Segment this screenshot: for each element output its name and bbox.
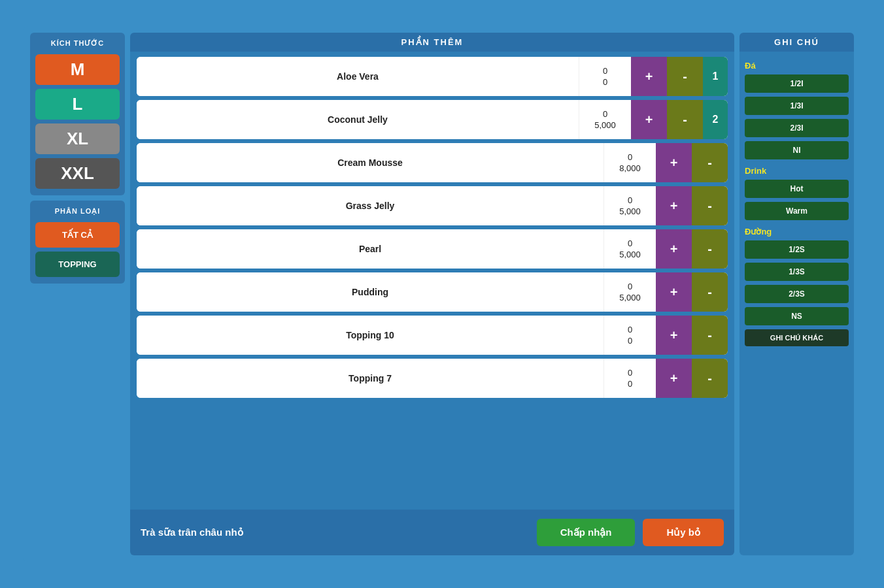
topping-plus-button[interactable]: + <box>656 272 692 312</box>
topping-row: Cream Mousse08,000+- <box>137 143 728 182</box>
topping-minus-button[interactable]: - <box>692 186 728 225</box>
note-section-label: Đường <box>745 227 849 237</box>
topping-price: 5,000 <box>619 250 641 259</box>
size-section: KÍCH THƯỚC M L XL XXL <box>30 33 125 195</box>
topping-qty: 0 <box>603 66 607 76</box>
topping-minus-button[interactable]: - <box>692 143 728 182</box>
topping-price: 0 <box>603 77 607 87</box>
topping-row: Pudding05,000+- <box>137 272 728 312</box>
topping-price: 0 <box>628 336 632 346</box>
topping-name: Pearl <box>137 229 604 269</box>
topping-row: Topping 700+- <box>137 359 728 398</box>
topping-name: Topping 7 <box>137 359 604 398</box>
category-section: PHÂN LOẠI TẤT CẢ TOPPING <box>30 201 125 284</box>
size-label: KÍCH THƯỚC <box>35 39 120 48</box>
topping-price: 8,000 <box>619 163 641 173</box>
topping-qty: 0 <box>628 325 632 335</box>
size-btn-l[interactable]: L <box>35 89 120 120</box>
topping-price: 5,000 <box>619 206 641 216</box>
topping-minus-button[interactable]: - <box>692 316 728 355</box>
right-body: Đá1/2I1/3I2/3INIDrinkHotWarmĐường1/2S1/3… <box>740 52 854 555</box>
topping-minus-button[interactable]: - <box>692 359 728 398</box>
note-btn[interactable]: Hot <box>745 180 849 198</box>
topping-name: Pudding <box>137 272 604 312</box>
category-label: PHÂN LOẠI <box>35 207 120 216</box>
topping-minus-button[interactable]: - <box>667 57 703 96</box>
topping-values: 05,000 <box>604 272 656 312</box>
topping-values: 00 <box>604 316 656 355</box>
note-btn[interactable]: NS <box>745 307 849 325</box>
size-btn-m[interactable]: M <box>35 54 120 85</box>
topping-values: 05,000 <box>604 229 656 269</box>
size-btn-xxl[interactable]: XXL <box>35 158 120 189</box>
note-btn[interactable]: Warm <box>745 202 849 220</box>
topping-qty: 0 <box>628 195 632 205</box>
topping-price: 0 <box>628 379 632 389</box>
category-btn-topping[interactable]: TOPPING <box>35 252 120 277</box>
topping-values: 05,000 <box>604 186 656 225</box>
topping-name: Coconut Jelly <box>137 100 579 139</box>
special-note-button[interactable]: GHI CHÚ KHÁC <box>745 329 849 346</box>
topping-name: Aloe Vera <box>137 57 579 96</box>
topping-qty: 0 <box>603 109 607 119</box>
topping-plus-button[interactable]: + <box>656 186 692 225</box>
topping-badge: 1 <box>703 57 728 96</box>
topping-values: 08,000 <box>604 143 656 182</box>
topping-values: 05,000 <box>579 100 631 139</box>
topping-badge: 2 <box>703 100 728 139</box>
topping-price: 5,000 <box>619 293 641 302</box>
topping-minus-button[interactable]: - <box>667 100 703 139</box>
center-footer: Trà sữa trân châu nhỏ Chấp nhận Hủy bỏ <box>130 510 734 555</box>
topping-plus-button[interactable]: + <box>631 100 667 139</box>
note-btn[interactable]: 1/3I <box>745 97 849 115</box>
note-btn[interactable]: 2/3I <box>745 119 849 137</box>
topping-qty: 0 <box>628 282 632 291</box>
order-name: Trà sữa trân châu nhỏ <box>141 527 529 538</box>
topping-plus-button[interactable]: + <box>631 57 667 96</box>
right-header: GHI CHÚ <box>740 33 854 52</box>
topping-minus-button[interactable]: - <box>692 229 728 269</box>
topping-row: Aloe Vera00+-1 <box>137 57 728 96</box>
center-body: Aloe Vera00+-1Coconut Jelly05,000+-2Crea… <box>130 52 734 510</box>
topping-qty: 0 <box>628 152 632 162</box>
topping-plus-button[interactable]: + <box>656 359 692 398</box>
topping-name: Grass Jelly <box>137 186 604 225</box>
topping-name: Cream Mousse <box>137 143 604 182</box>
size-btn-xl[interactable]: XL <box>35 123 120 154</box>
main-container: KÍCH THƯỚC M L XL XXL PHÂN LOẠI TẤT CẢ T… <box>24 26 860 562</box>
topping-plus-button[interactable]: + <box>656 316 692 355</box>
note-btn[interactable]: 1/2I <box>745 74 849 93</box>
left-panel: KÍCH THƯỚC M L XL XXL PHÂN LOẠI TẤT CẢ T… <box>30 33 125 555</box>
topping-plus-button[interactable]: + <box>656 229 692 269</box>
note-btn[interactable]: 2/3S <box>745 285 849 303</box>
topping-row: Pearl05,000+- <box>137 229 728 269</box>
topping-values: 00 <box>604 359 656 398</box>
note-section-label: Drink <box>745 166 849 176</box>
topping-price: 5,000 <box>594 120 616 130</box>
topping-name: Topping 10 <box>137 316 604 355</box>
topping-plus-button[interactable]: + <box>656 143 692 182</box>
center-panel: PHẦN THÊM Aloe Vera00+-1Coconut Jelly05,… <box>130 33 734 555</box>
note-btn[interactable]: NI <box>745 141 849 159</box>
note-section-label: Đá <box>745 61 849 71</box>
topping-values: 00 <box>579 57 631 96</box>
topping-minus-button[interactable]: - <box>692 272 728 312</box>
note-btn[interactable]: 1/2S <box>745 240 849 259</box>
right-panel: GHI CHÚ Đá1/2I1/3I2/3INIDrinkHotWarmĐườn… <box>740 33 854 555</box>
note-btn[interactable]: 1/3S <box>745 263 849 281</box>
topping-qty: 0 <box>628 238 632 248</box>
topping-row: Topping 1000+- <box>137 316 728 355</box>
center-header: PHẦN THÊM <box>130 33 734 52</box>
accept-button[interactable]: Chấp nhận <box>537 519 636 546</box>
topping-row: Grass Jelly05,000+- <box>137 186 728 225</box>
cancel-button[interactable]: Hủy bỏ <box>643 519 724 546</box>
category-btn-all[interactable]: TẤT CẢ <box>35 222 120 248</box>
topping-row: Coconut Jelly05,000+-2 <box>137 100 728 139</box>
topping-qty: 0 <box>628 368 632 378</box>
